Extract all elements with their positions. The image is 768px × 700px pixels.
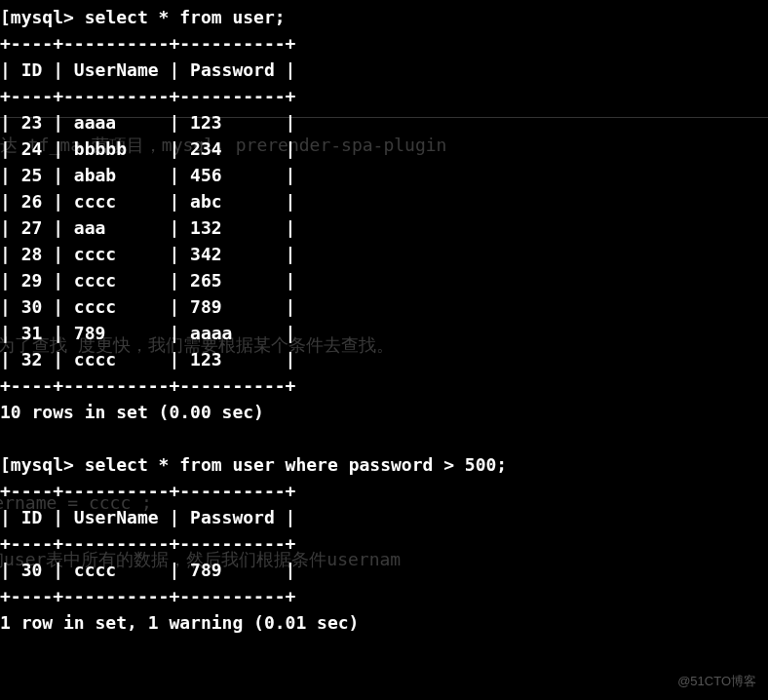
table-border: +----+----------+----------+ [0,533,295,554]
watermark: @51CTO博客 [677,672,756,691]
table-row: | 30 | cccc | 789 | [0,560,295,580]
result-footer: 1 row in set, 1 warning (0.01 sec) [0,612,359,633]
prompt-line[interactable]: [mysql> select * from user where passwor… [0,454,507,475]
table-header: | ID | UserName | Password | [0,59,295,80]
terminal-output: [mysql> select * from user; +----+------… [0,4,768,636]
table-header: | ID | UserName | Password | [0,507,295,527]
prompt-line[interactable]: [mysql> select * from user; [0,7,286,27]
result-footer: 10 rows in set (0.00 sec) [0,402,264,422]
table-border: +----+----------+----------+ [0,375,295,396]
table-border: +----+----------+----------+ [0,586,295,606]
sql-query: select * from user where password > 500; [85,454,507,475]
table-border: +----+----------+----------+ [0,33,295,54]
sql-query: select * from user; [85,7,286,27]
table-row: | 23 | aaaa | 123 | | 24 | bbbbb | 234 |… [0,112,295,369]
table-border: +----+----------+----------+ [0,86,295,106]
table-border: +----+----------+----------+ [0,481,295,501]
